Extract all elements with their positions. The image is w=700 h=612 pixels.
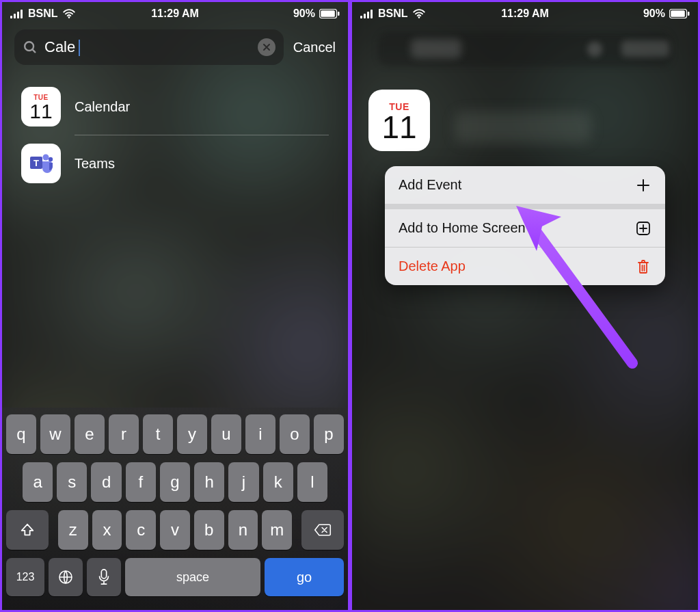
calendar-app-icon: TUE 11 [21, 87, 61, 127]
status-bar: BSNL 11:29 AM 90% [2, 2, 348, 23]
text-cursor [79, 40, 80, 56]
backspace-icon [314, 523, 332, 537]
key-p[interactable]: p [314, 414, 344, 454]
svg-point-13 [49, 157, 53, 161]
menu-separator [385, 204, 665, 209]
key-v[interactable]: v [160, 510, 190, 550]
close-icon [262, 43, 271, 51]
calendar-date: 11 [381, 111, 416, 143]
key-z[interactable]: z [58, 510, 88, 550]
search-icon [23, 40, 38, 55]
mic-icon [97, 569, 111, 585]
menu-label: Add Event [399, 177, 461, 193]
key-m[interactable]: m [262, 510, 292, 550]
backspace-key[interactable] [301, 510, 344, 550]
key-h[interactable]: h [194, 462, 224, 502]
teams-icon: T [27, 150, 55, 177]
key-a[interactable]: a [23, 462, 53, 502]
key-i[interactable]: i [245, 414, 275, 454]
context-menu: Add Event Add to Home Screen Delete App [385, 166, 665, 285]
key-j[interactable]: j [228, 462, 258, 502]
result-label: Teams [75, 156, 115, 172]
globe-icon [57, 569, 74, 585]
cancel-button[interactable]: Cancel [293, 40, 336, 55]
go-key[interactable]: go [265, 558, 344, 596]
numeric-key[interactable]: 123 [6, 558, 44, 596]
context-area: TUE 11 Add Event Add to Home Screen [352, 76, 698, 165]
key-o[interactable]: o [280, 414, 310, 454]
result-calendar[interactable]: TUE 11 Calendar [2, 79, 348, 135]
key-l[interactable]: l [297, 462, 327, 502]
search-results: TUE 11 Calendar T Teams [2, 73, 348, 191]
search-text: Cale [44, 38, 251, 56]
keyboard[interactable]: qwertyuiop asdfghjkl zxcvbnm 123 [2, 408, 348, 610]
search-header: Cale Cancel [2, 23, 348, 73]
key-b[interactable]: b [194, 510, 224, 550]
calendar-date: 11 [29, 101, 52, 122]
menu-label: Delete App [399, 258, 466, 274]
key-f[interactable]: f [126, 462, 156, 502]
key-n[interactable]: n [228, 510, 258, 550]
plus-box-icon [635, 221, 651, 236]
key-w[interactable]: w [40, 414, 70, 454]
clock: 11:29 AM [2, 8, 348, 20]
menu-add-event[interactable]: Add Event [385, 166, 665, 204]
plus-icon [635, 178, 651, 192]
key-r[interactable]: r [109, 414, 139, 454]
blurred-search-header [352, 23, 698, 76]
svg-text:T: T [33, 158, 39, 168]
menu-delete-app[interactable]: Delete App [385, 248, 665, 285]
key-q[interactable]: q [6, 414, 36, 454]
clear-search-button[interactable] [258, 38, 275, 56]
key-g[interactable]: g [160, 462, 190, 502]
trash-icon [635, 259, 651, 274]
key-y[interactable]: y [177, 414, 207, 454]
key-s[interactable]: s [57, 462, 87, 502]
key-c[interactable]: c [126, 510, 156, 550]
teams-app-icon: T [21, 144, 61, 183]
key-e[interactable]: e [75, 414, 105, 454]
key-d[interactable]: d [91, 462, 121, 502]
clock: 11:29 AM [352, 8, 698, 20]
key-k[interactable]: k [263, 462, 293, 502]
menu-label: Add to Home Screen [399, 220, 526, 236]
key-t[interactable]: t [143, 414, 173, 454]
phone-right: BSNL 11:29 AM 90% TUE 11 Add Event [350, 0, 700, 612]
search-value: Cale [44, 38, 75, 55]
svg-rect-15 [101, 570, 106, 578]
key-x[interactable]: x [92, 510, 122, 550]
svg-line-9 [32, 49, 35, 52]
result-teams[interactable]: T Teams [2, 135, 348, 191]
search-field[interactable]: Cale [14, 29, 284, 65]
result-label: Calendar [75, 99, 130, 115]
shift-key[interactable] [6, 510, 49, 550]
key-u[interactable]: u [211, 414, 241, 454]
status-bar: BSNL 11:29 AM 90% [352, 2, 698, 23]
dictation-key[interactable] [87, 558, 121, 596]
menu-add-home-screen[interactable]: Add to Home Screen [385, 209, 665, 247]
globe-key[interactable] [49, 558, 83, 596]
shift-icon [20, 522, 35, 537]
phone-left: BSNL 11:29 AM 90% Cale Cancel [0, 0, 350, 612]
svg-point-12 [43, 155, 49, 161]
calendar-app-icon-large[interactable]: TUE 11 [368, 90, 430, 151]
space-key[interactable]: space [125, 558, 260, 596]
